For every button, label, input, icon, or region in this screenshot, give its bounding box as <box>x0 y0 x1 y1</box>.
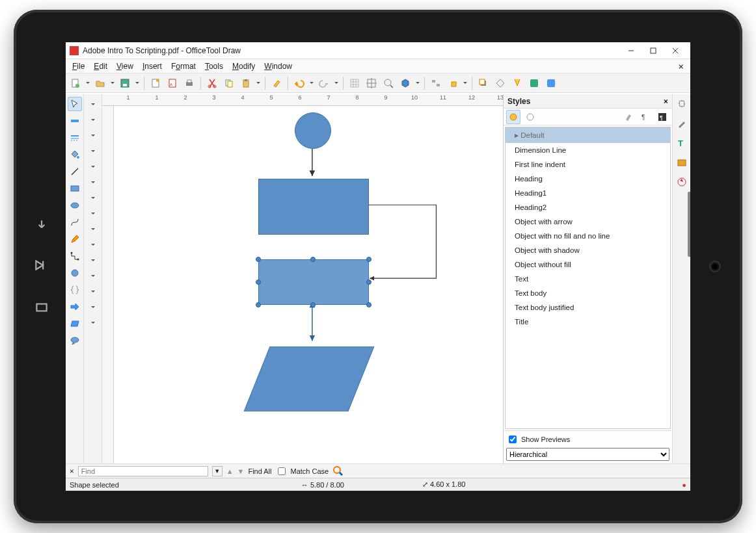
new-doc-button[interactable] <box>68 76 83 90</box>
selection-handle[interactable] <box>256 302 261 307</box>
menu-edit[interactable]: Edit <box>90 60 111 72</box>
menu-file[interactable]: File <box>68 60 88 72</box>
styles-graphic-filter[interactable] <box>506 110 520 124</box>
styles-presentation-filter[interactable] <box>523 110 537 124</box>
flowchart-process-2-selected[interactable] <box>258 259 369 305</box>
line-style-tool[interactable] <box>68 131 82 145</box>
arrange-button[interactable] <box>446 76 460 90</box>
print-button[interactable] <box>182 76 196 90</box>
status-modified-icon[interactable]: ● <box>682 481 686 489</box>
sidebar-gallery-icon[interactable] <box>675 155 689 170</box>
tablet-recent-button[interactable] <box>33 299 53 318</box>
tool-dropdown-10[interactable] <box>86 237 100 252</box>
select-tool[interactable] <box>68 97 82 111</box>
selection-handle[interactable] <box>256 280 261 285</box>
circle-shape-tool[interactable] <box>68 266 82 280</box>
line-color-tool[interactable] <box>68 114 82 128</box>
find-close-button[interactable]: ✕ <box>70 467 74 475</box>
tool-dropdown-11[interactable] <box>86 253 100 267</box>
fill-tool[interactable] <box>68 148 82 162</box>
export-button[interactable] <box>148 76 163 90</box>
styles-new-style-button[interactable]: ¶ <box>638 110 653 124</box>
flowchart-process-1[interactable] <box>258 179 369 235</box>
menu-tools[interactable]: Tools <box>201 60 227 72</box>
find-all-button[interactable]: Find All <box>248 467 271 475</box>
tool-dropdown-2[interactable] <box>86 112 100 127</box>
line-tool[interactable] <box>68 164 82 179</box>
style-item[interactable]: Dimension Line <box>506 143 670 157</box>
tool-dropdown-9[interactable] <box>86 222 100 236</box>
ellipse-tool[interactable] <box>68 198 82 213</box>
selection-handle[interactable] <box>310 257 316 262</box>
brace-tool[interactable] <box>68 283 82 297</box>
style-item[interactable]: Text body justified <box>506 300 670 315</box>
menu-format[interactable]: Format <box>167 60 200 72</box>
zoom-button[interactable] <box>381 76 396 90</box>
flowchart-data-parallelogram[interactable] <box>244 346 374 411</box>
style-item[interactable]: Heading1 <box>506 186 670 200</box>
tool-dropdown-7[interactable] <box>86 190 100 205</box>
3d-button[interactable] <box>398 76 412 90</box>
callout-tool[interactable] <box>68 333 82 348</box>
style-item[interactable]: Heading <box>506 172 670 186</box>
horizontal-ruler[interactable]: 112345678910111213 <box>102 94 503 106</box>
sidebar-styles-icon[interactable]: T <box>675 136 689 150</box>
tool-dropdown-14[interactable] <box>86 300 100 314</box>
3d-dropdown[interactable] <box>415 76 420 90</box>
helplines-button[interactable] <box>364 76 379 90</box>
match-case-input[interactable] <box>278 467 286 475</box>
menu-window[interactable]: Window <box>260 60 296 72</box>
undo-button[interactable] <box>292 76 306 90</box>
undo-dropdown[interactable] <box>309 76 314 90</box>
redo-dropdown[interactable] <box>334 76 339 90</box>
sidebar-navigator-icon[interactable] <box>675 175 689 189</box>
selection-handle[interactable] <box>366 257 371 262</box>
style-item[interactable]: Object with shadow <box>506 243 670 257</box>
style-item[interactable]: Text <box>506 272 670 286</box>
style-item[interactable]: Text body <box>506 286 670 300</box>
save-dropdown[interactable] <box>135 76 140 90</box>
styles-fill-format-button[interactable] <box>621 110 636 124</box>
styles-view-mode-select[interactable]: Hierarchical <box>506 448 669 461</box>
selection-handle[interactable] <box>310 302 316 307</box>
export-pdf-button[interactable]: A <box>165 76 180 90</box>
menu-insert[interactable]: Insert <box>139 60 166 72</box>
tool-dropdown-5[interactable] <box>86 159 100 174</box>
extrude-button[interactable] <box>527 76 541 90</box>
new-doc-dropdown[interactable] <box>85 76 90 90</box>
style-item[interactable]: ▸ Default <box>506 127 670 143</box>
grid-button[interactable] <box>347 76 362 90</box>
styles-panel-close-button[interactable]: × <box>664 97 668 106</box>
filter-button[interactable] <box>510 76 524 90</box>
selection-handle[interactable] <box>366 302 371 307</box>
tool-dropdown-6[interactable] <box>86 175 100 189</box>
shadow-button[interactable] <box>476 76 491 90</box>
paste-dropdown[interactable] <box>256 76 261 90</box>
style-item[interactable]: First line indent <box>506 157 670 172</box>
style-item[interactable]: Object with no fill and no line <box>506 229 670 243</box>
tool-dropdown-3[interactable] <box>86 128 100 142</box>
tool-dropdown-15[interactable] <box>86 315 100 330</box>
open-button[interactable] <box>93 76 107 90</box>
redo-button[interactable] <box>317 76 331 90</box>
copy-button[interactable] <box>222 76 236 90</box>
find-dropdown[interactable]: ▾ <box>212 466 223 476</box>
vertical-ruler[interactable] <box>102 106 114 463</box>
pencil-tool[interactable] <box>68 232 82 246</box>
tool-dropdown-8[interactable] <box>86 206 100 220</box>
window-close-button[interactable] <box>664 44 686 57</box>
cut-button[interactable] <box>205 76 219 90</box>
selection-handle[interactable] <box>256 257 261 262</box>
show-previews-input[interactable] <box>509 436 517 443</box>
style-item[interactable]: Title <box>506 315 670 329</box>
curve-tool[interactable] <box>68 215 82 229</box>
tool-dropdown-1[interactable] <box>86 97 100 111</box>
align-button[interactable] <box>429 76 443 90</box>
find-next-button[interactable]: ▼ <box>237 467 245 475</box>
sidebar-properties-icon[interactable] <box>675 116 689 131</box>
match-case-checkbox[interactable]: Match Case <box>275 465 329 477</box>
style-item[interactable]: Object with arrow <box>506 214 670 229</box>
paste-button[interactable] <box>239 76 253 90</box>
arrow-shape-tool[interactable] <box>68 300 82 314</box>
tool-dropdown-13[interactable] <box>86 284 100 298</box>
